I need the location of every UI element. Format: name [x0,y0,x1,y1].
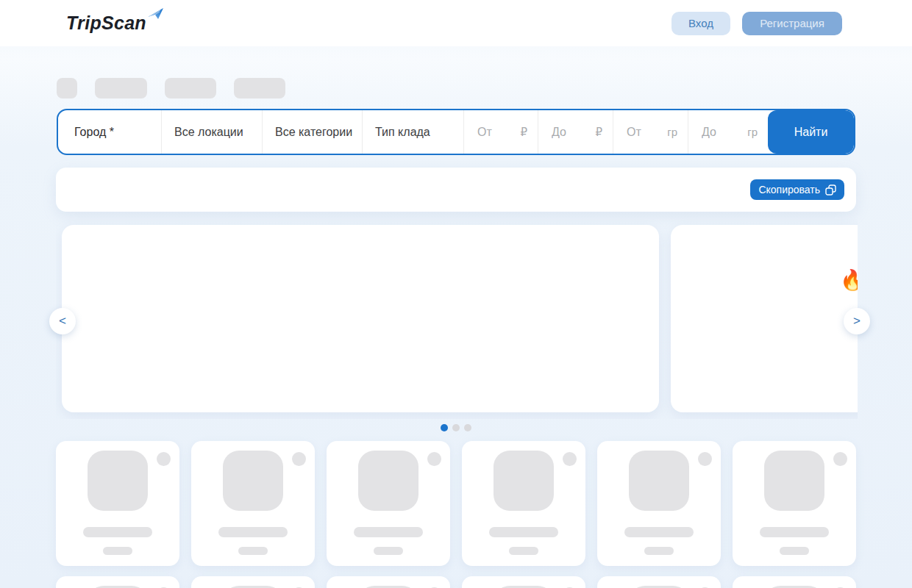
skeleton-badge [292,452,306,466]
locations-select[interactable]: Все локации [162,110,263,154]
skeleton-card[interactable] [733,576,856,588]
weight-to-input[interactable] [702,126,733,139]
skeleton-card[interactable] [56,441,179,566]
skeleton-image [629,451,689,511]
carousel-slide-2[interactable] [671,225,858,412]
fire-emoji: 🔥 [840,270,858,290]
skeleton-chip-row [57,78,285,98]
carousel-dot-3[interactable] [464,424,471,431]
banner-carousel: 🔥 [56,219,858,419]
skeleton-card[interactable] [56,576,179,588]
skeleton-title [218,527,288,537]
locations-select-label: Все локации [174,126,243,139]
skeleton-image [764,451,824,511]
carousel-next-button[interactable]: > [844,308,870,334]
price-to-unit: ₽ [595,126,602,139]
skeleton-subtitle [374,547,403,555]
city-field[interactable]: Город * [58,110,162,154]
search-bar: Город * Все локации Все категории Тип кл… [57,109,855,155]
skeleton-chip [165,78,216,98]
logo[interactable]: TripScan [66,13,164,34]
skeleton-badge [427,452,441,466]
skeleton-title [624,527,694,537]
skeleton-card[interactable] [191,576,315,588]
header-actions: Вход Регистрация [671,12,842,35]
categories-select-label: Все категории [275,126,352,139]
skeleton-subtitle [644,547,674,555]
logo-text: TripScan [66,13,146,34]
weight-to-field: гр [688,110,768,154]
carousel-dot-2[interactable] [452,424,460,431]
skeleton-image [358,451,418,511]
search-button[interactable]: Найти [768,110,854,154]
copy-button[interactable]: Скопировать [750,179,844,200]
skeleton-chip [95,78,147,98]
register-button[interactable]: Регистрация [742,12,842,35]
copy-button-label: Скопировать [758,184,820,196]
card-grid-row-1 [56,441,856,566]
login-button[interactable]: Вход [671,12,730,35]
skeleton-card[interactable] [191,441,315,566]
city-field-label: Город * [74,126,114,139]
categories-select[interactable]: Все категории [263,110,363,154]
skeleton-subtitle [238,547,268,555]
copy-panel: Скопировать [56,168,856,212]
skeleton-title [354,527,423,537]
weight-from-input[interactable] [627,126,658,139]
treasure-type-select[interactable]: Тип клада [363,110,464,154]
skeleton-badge [698,452,712,466]
carousel-prev-button[interactable]: < [49,308,76,334]
skeleton-chip [234,78,285,98]
skeleton-card[interactable] [597,576,721,588]
price-to-field: ₽ [538,110,613,154]
skeleton-image [223,451,283,511]
skeleton-subtitle [780,547,809,555]
weight-from-unit: гр [667,126,677,138]
skeleton-badge [157,452,171,466]
weight-to-unit: гр [747,126,758,138]
skeleton-subtitle [509,547,538,555]
skeleton-card[interactable] [597,441,721,566]
skeleton-card[interactable] [462,441,585,566]
copy-icon [825,184,836,196]
skeleton-card[interactable] [733,441,856,566]
skeleton-chip [57,78,77,98]
skeleton-title [760,527,829,537]
skeleton-image [494,451,554,511]
skeleton-image [88,451,148,511]
price-from-input[interactable] [477,126,508,139]
carousel-slide-1[interactable] [62,225,659,412]
skeleton-title [489,527,558,537]
price-from-field: ₽ [464,110,538,154]
paper-plane-icon [148,8,164,20]
carousel-dot-1[interactable] [441,424,448,431]
price-from-unit: ₽ [520,126,527,139]
skeleton-card[interactable] [327,576,450,588]
price-to-input[interactable] [552,126,583,139]
card-grid-row-2 [56,576,856,588]
carousel-dots [0,424,912,431]
skeleton-title [83,527,152,537]
header: TripScan Вход Регистрация [0,0,912,46]
skeleton-card[interactable] [462,576,585,588]
skeleton-subtitle [103,547,132,555]
weight-from-field: гр [613,110,688,154]
skeleton-badge [563,452,577,466]
skeleton-card[interactable] [327,441,450,566]
treasure-type-select-label: Тип клада [375,126,430,139]
skeleton-badge [833,452,847,466]
